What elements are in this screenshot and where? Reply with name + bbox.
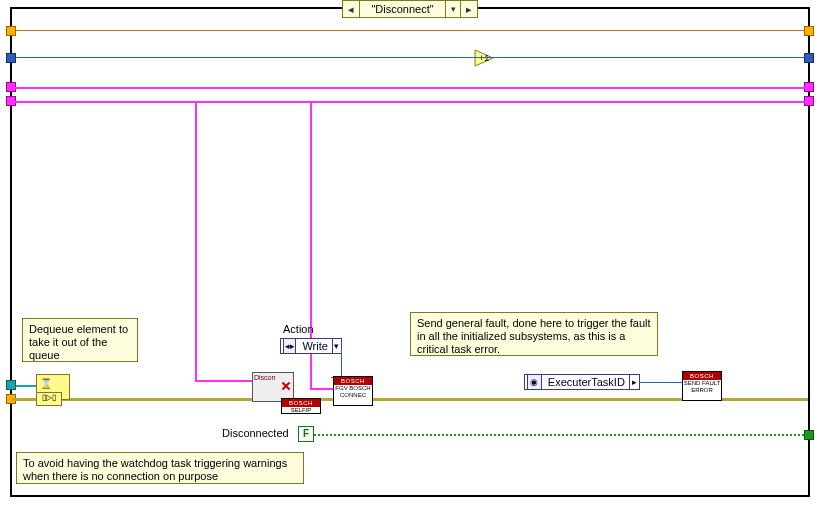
case-next-button[interactable]: ▸ xyxy=(460,1,477,17)
dequeue-io-icon: ▯▷▯ xyxy=(36,392,62,406)
comment-fault: Send general fault, done here to trigger… xyxy=(410,312,658,356)
wire-blue-taskid xyxy=(640,382,682,383)
chevron-down-icon[interactable]: ▾ xyxy=(332,339,341,353)
case-prev-button[interactable]: ◂ xyxy=(343,1,360,17)
wire-blue-top xyxy=(12,57,808,58)
case-selector[interactable]: ◂ "Disconnect" ▾ ▸ xyxy=(342,0,478,18)
wire-magenta-lead-2 xyxy=(310,388,334,390)
wire-magenta-top-1 xyxy=(12,87,808,89)
executer-task-id-ring[interactable]: ◉ ExecuterTaskID ▸ xyxy=(524,374,640,390)
tunnel-right-blue-top xyxy=(804,53,814,63)
case-label: "Disconnect" xyxy=(360,1,446,17)
ring-glyph-icon: ◂▸ xyxy=(283,338,296,354)
chevron-right-icon: ▸ xyxy=(629,375,639,389)
wire-magenta-drop-1 xyxy=(195,101,197,381)
case-dropdown[interactable]: ▾ xyxy=(446,1,460,17)
wire-orange-top xyxy=(12,30,808,31)
subvi-send-fault-text: SEND FAULT ERROR xyxy=(684,380,721,393)
comment-dequeue: Dequeue element to take it out of the qu… xyxy=(22,318,138,362)
label-disconnected: Disconnected xyxy=(222,427,289,439)
subvi-send-fault-error: SEND FAULT ERROR xyxy=(682,371,722,401)
close-icon xyxy=(281,381,291,391)
increment-label: +1 xyxy=(479,53,489,63)
wire-magenta-top-2 xyxy=(12,101,808,103)
disconnect-subvi-text: Discon xyxy=(254,374,275,381)
label-action: Action xyxy=(283,323,314,335)
tunnel-left-blue-top xyxy=(6,53,16,63)
comment-watchdog: To avoid having the watchdog task trigge… xyxy=(16,452,304,484)
executer-task-id-text: ExecuterTaskID xyxy=(544,376,629,388)
subvi-fgv-connection: FGV BOSCH CONNEC xyxy=(333,376,373,406)
tunnel-right-orange xyxy=(804,26,814,36)
wire-blue-action-v xyxy=(341,346,342,377)
case-structure-frame xyxy=(10,7,810,497)
hourglass-icon: ⌛ xyxy=(40,378,52,389)
subvi-fgv-text: FGV BOSCH CONNEC xyxy=(335,385,370,398)
action-write-ring[interactable]: ◂▸ Write ▾ xyxy=(280,338,342,354)
subvi-selfip: SELFIP xyxy=(281,398,321,414)
wire-green-dotted xyxy=(314,434,808,436)
tunnel-left-orange xyxy=(6,26,16,36)
boolean-false-constant: F xyxy=(298,426,314,442)
tunnel-left-teal xyxy=(6,380,16,390)
action-write-text: Write xyxy=(298,340,331,352)
subvi-selfip-text: SELFIP xyxy=(291,407,312,413)
ring-glyph-icon-2: ◉ xyxy=(527,374,542,390)
wire-teal-short xyxy=(16,385,36,387)
increment-node: +1 xyxy=(473,48,499,68)
